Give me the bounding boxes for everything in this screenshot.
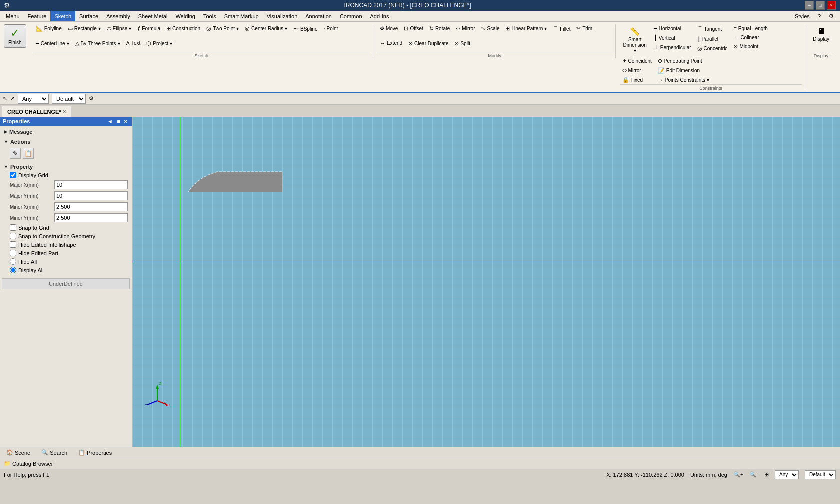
- message-section-header[interactable]: ▶ Message: [2, 128, 130, 136]
- bspline-button[interactable]: 〜 BSpline: [291, 24, 320, 34]
- menu-item-annotation[interactable]: Annotation: [302, 11, 336, 21]
- minor-y-input[interactable]: [54, 213, 128, 222]
- colinear-button[interactable]: — Colinear: [731, 33, 770, 41]
- centerline-dropdown-icon[interactable]: ▾: [67, 41, 70, 46]
- display-grid-checkbox[interactable]: [10, 172, 16, 178]
- panel-float-button[interactable]: ■: [116, 118, 122, 124]
- project-button[interactable]: ⬡ Project ▾: [144, 39, 175, 48]
- ellipse-dropdown-icon[interactable]: ▾: [129, 26, 132, 31]
- menu-item-smart-markup[interactable]: Smart Markup: [220, 11, 263, 21]
- ellipse-button[interactable]: ⬭ Ellipse ▾: [104, 24, 134, 33]
- points-constraints-dropdown-icon[interactable]: ▾: [707, 77, 710, 83]
- menu-item-surface[interactable]: Surface: [76, 11, 102, 21]
- scale-button[interactable]: ⤡ Scale: [478, 24, 502, 33]
- move-button[interactable]: ✥ Move: [378, 24, 400, 33]
- hide-edited-part-checkbox[interactable]: [10, 250, 16, 256]
- search-tab[interactable]: 🔍 Search: [37, 448, 72, 457]
- construction-button[interactable]: ⊞ Construction: [164, 24, 203, 33]
- linear-pattern-dropdown-icon[interactable]: ▾: [544, 26, 547, 31]
- concentric-button[interactable]: ◎ Concentric: [695, 44, 730, 53]
- rectangle-button[interactable]: ▭ Rectangle ▾: [66, 24, 104, 33]
- rotate-button[interactable]: ↻ Rotate: [427, 24, 452, 33]
- smart-dimension-button[interactable]: 📏 SmartDimension ▾: [620, 24, 650, 56]
- midpoint-button[interactable]: ⊙ Midpoint: [731, 42, 770, 51]
- fixed-button[interactable]: 🔒 Fixed: [620, 76, 654, 84]
- equal-length-button[interactable]: = Equal Length: [731, 24, 770, 32]
- menu-settings-button[interactable]: ⚙: [825, 11, 838, 21]
- actions-section-header[interactable]: ▼ Actions: [2, 138, 130, 146]
- menu-item-common[interactable]: Common: [336, 11, 366, 21]
- formula-button[interactable]: ƒ Formula: [135, 24, 163, 32]
- close-button[interactable]: ×: [827, 1, 836, 10]
- clear-duplicate-button[interactable]: ⊗ Clear Duplicate: [406, 39, 451, 48]
- centerline-button[interactable]: ━ CenterLine ▾: [34, 39, 72, 48]
- action-edit-icon[interactable]: ✎: [10, 148, 21, 159]
- snap-to-construction-checkbox[interactable]: [10, 233, 16, 239]
- menu-help-button[interactable]: ?: [814, 11, 825, 21]
- menu-item-styles[interactable]: Styles: [791, 11, 814, 21]
- text-button[interactable]: A Text: [124, 39, 144, 47]
- zoom-in-icon[interactable]: 🔍+: [734, 471, 744, 478]
- display-button[interactable]: 🖥 Display: [810, 24, 833, 44]
- menu-item-feature[interactable]: Feature: [24, 11, 51, 21]
- finish-button[interactable]: ✓ Finish: [4, 24, 26, 48]
- split-button[interactable]: ⊘ Split: [452, 39, 472, 48]
- penetrating-point-button[interactable]: ⊕ Penetrating Point: [656, 57, 712, 65]
- points-constraints-button[interactable]: → Points Constraints ▾: [656, 76, 712, 84]
- point-button[interactable]: · Point: [321, 24, 340, 32]
- horizontal-button[interactable]: ━ Horizontal: [652, 24, 694, 33]
- by-three-points-button[interactable]: △ By Three Points ▾: [73, 39, 123, 48]
- zoom-out-icon[interactable]: 🔍-: [750, 471, 758, 478]
- settings-icon[interactable]: ⚙: [89, 95, 94, 102]
- document-tab[interactable]: CREO CHALLENGE* ×: [2, 106, 72, 117]
- rectangle-dropdown-icon[interactable]: ▾: [98, 26, 101, 31]
- extend-button[interactable]: ↔ Extend: [378, 39, 405, 47]
- scene-tab[interactable]: 🏠 Scene: [2, 448, 35, 457]
- polyline-button[interactable]: 📐 Polyline: [34, 24, 64, 33]
- mirror-button[interactable]: ⇔ Mirror: [454, 24, 478, 33]
- vertical-button[interactable]: ┃ Vertical: [652, 34, 694, 42]
- center-radius-button[interactable]: ◎ Center Radius ▾: [242, 24, 290, 33]
- menu-item-visualization[interactable]: Visualization: [263, 11, 302, 21]
- bottom-profile-select[interactable]: Default: [805, 470, 836, 479]
- view-tools-icon[interactable]: ⊞: [764, 471, 769, 478]
- panel-pin-button[interactable]: ◄: [106, 118, 114, 124]
- major-y-input[interactable]: [54, 191, 128, 200]
- linear-pattern-button[interactable]: ⊞ Linear Pattern ▾: [503, 24, 550, 33]
- menu-item-menu[interactable]: Menu: [2, 11, 24, 21]
- hide-all-radio[interactable]: [10, 258, 16, 265]
- smart-dimension-dropdown-icon[interactable]: ▾: [634, 48, 636, 53]
- mirror-c-button[interactable]: ⇔ Mirror: [620, 66, 654, 75]
- coincident-button[interactable]: ✦ Coincident: [620, 57, 654, 65]
- trim-button[interactable]: ✂ Trim: [574, 24, 595, 33]
- display-all-radio[interactable]: [10, 267, 16, 273]
- bottom-filter-select[interactable]: Any: [775, 470, 799, 479]
- perpendicular-button[interactable]: ⊥ Perpendicular: [652, 43, 694, 52]
- action-copy-icon[interactable]: 📋: [23, 148, 34, 159]
- panel-close-button[interactable]: ×: [123, 118, 129, 124]
- menu-item-welding[interactable]: Welding: [172, 11, 200, 21]
- property-section-header[interactable]: ▼ Property: [2, 163, 130, 171]
- minimize-button[interactable]: ─: [805, 1, 814, 10]
- minor-x-input[interactable]: [54, 202, 128, 211]
- two-point-button[interactable]: ◎ Two Point ▾: [204, 24, 242, 33]
- menu-item-assembly[interactable]: Assembly: [102, 11, 134, 21]
- fillet-button[interactable]: ⌒ Fillet: [550, 24, 573, 34]
- parallel-button[interactable]: ∥ Parallel: [695, 35, 730, 43]
- menu-item-sketch[interactable]: Sketch: [50, 11, 76, 21]
- by-three-points-dropdown-icon[interactable]: ▾: [118, 41, 120, 46]
- menu-item-add-ins[interactable]: Add-Ins: [366, 11, 394, 21]
- filter-select[interactable]: AnyFaceEdgeVertex: [18, 94, 49, 104]
- tangent-button[interactable]: ⌒ Tangent: [695, 24, 730, 34]
- profile-select[interactable]: DefaultCustom: [52, 94, 86, 104]
- catalog-browser-item[interactable]: 📁 Catalog Browser: [2, 460, 55, 467]
- major-x-input[interactable]: [54, 180, 128, 189]
- viewport[interactable]: X Y Z X Y: [132, 117, 840, 447]
- menu-item-sheet-metal[interactable]: Sheet Metal: [134, 11, 172, 21]
- project-dropdown-icon[interactable]: ▾: [170, 41, 172, 46]
- properties-tab[interactable]: 📋 Properties: [74, 448, 116, 457]
- edit-dimension-button[interactable]: 📝 Edit Dimension: [656, 66, 712, 75]
- maximize-button[interactable]: □: [816, 1, 825, 10]
- snap-to-grid-checkbox[interactable]: [10, 224, 16, 231]
- hide-edited-intellishape-checkbox[interactable]: [10, 241, 16, 248]
